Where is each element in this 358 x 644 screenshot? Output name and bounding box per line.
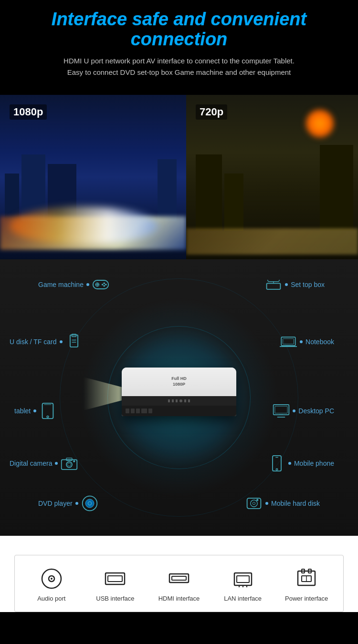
u-disk-label: U disk / TF card [10, 338, 57, 346]
svg-line-13 [279, 280, 280, 282]
mobile-hard-disk-label: Mobile hard disk [271, 500, 320, 507]
svg-point-41 [251, 500, 257, 506]
svg-rect-19 [283, 338, 294, 344]
label-1080p: 1080p [10, 104, 47, 120]
svg-point-23 [47, 416, 49, 418]
lan-interface-icon [232, 567, 254, 590]
audio-port-icon [40, 567, 63, 590]
interface-hdmi: HDMI interface [147, 567, 211, 602]
svg-rect-50 [172, 576, 186, 580]
dvd-player-icon [81, 495, 98, 512]
desktop-pc-icon [273, 402, 290, 419]
comparison-section: 1080p 720p [0, 95, 358, 259]
projector-controls [122, 396, 236, 406]
svg-rect-26 [275, 406, 287, 413]
u-disk-dot [60, 340, 63, 343]
comparison-image: 1080p 720p [0, 95, 358, 259]
device-desktop-pc: Desktop PC [273, 402, 334, 419]
svg-rect-48 [108, 576, 122, 582]
projector-body: Full HD1080P [122, 368, 236, 416]
svg-point-46 [51, 578, 53, 580]
svg-point-4 [104, 283, 105, 284]
hdmi-interface-label: HDMI interface [158, 595, 200, 602]
svg-rect-22 [42, 403, 53, 418]
device-u-disk: U disk / TF card [10, 333, 83, 350]
device-notebook: Notebook [280, 333, 334, 350]
dvd-player-dot [75, 502, 78, 505]
projector-ports [122, 406, 236, 416]
device-tablet: tablet [14, 402, 56, 419]
set-top-box-dot [285, 283, 288, 286]
svg-point-32 [68, 463, 71, 466]
svg-point-5 [105, 284, 106, 285]
svg-point-43 [256, 499, 258, 501]
mobile-hard-disk-dot [265, 502, 268, 505]
u-disk-icon [65, 333, 83, 350]
svg-point-7 [102, 284, 103, 285]
game-machine-icon [92, 276, 109, 293]
svg-point-38 [85, 499, 94, 508]
lan-interface-label: LAN interface [224, 595, 262, 602]
projector-top: Full HD1080P [122, 368, 236, 396]
tablet-dot [33, 409, 36, 412]
desktop-pc-dot [293, 409, 295, 412]
notebook-dot [300, 340, 303, 343]
device-digital-camera: Digital camera [10, 455, 78, 472]
svg-point-35 [276, 468, 278, 470]
mobile-phone-icon [268, 455, 285, 472]
label-720p: 720p [196, 104, 227, 120]
hdmi-interface-icon [168, 567, 190, 590]
digital-camera-label: Digital camera [10, 460, 52, 467]
svg-point-6 [104, 285, 105, 286]
interface-lan: LAN interface [211, 567, 275, 602]
svg-point-31 [66, 461, 72, 467]
connectivity-section: Game machine Set top box U disk / TF car… [0, 259, 358, 536]
svg-rect-18 [281, 337, 295, 346]
interface-audio-port: Audio port [20, 567, 84, 602]
tablet-label: tablet [14, 407, 31, 415]
digital-camera-dot [55, 462, 58, 465]
mobile-hard-disk-icon [245, 495, 263, 512]
game-machine-dot [86, 283, 89, 286]
dvd-player-label: DVD player [38, 500, 73, 507]
svg-point-42 [253, 502, 255, 504]
projector-label: Full HD1080P [171, 376, 187, 387]
power-interface-icon [295, 567, 318, 590]
svg-rect-8 [267, 283, 281, 289]
desktop-pc-label: Desktop PC [298, 407, 334, 415]
svg-line-12 [268, 280, 269, 282]
svg-rect-53 [237, 576, 249, 583]
interface-power: Power interface [274, 567, 338, 602]
interface-wrapper: Audio port USB interface HDMI interface [0, 536, 358, 612]
projector-container: Full HD1080P [122, 368, 236, 416]
usb-interface-label: USB interface [96, 595, 134, 602]
mobile-phone-dot [288, 462, 291, 465]
main-title: Interface safe and convenient connection [7, 10, 351, 50]
device-game-machine: Game machine [38, 276, 109, 293]
digital-camera-icon [61, 455, 78, 472]
usb-interface-icon [104, 567, 126, 590]
device-mobile-phone: Mobile phone [268, 455, 334, 472]
interface-usb: USB interface [84, 567, 147, 602]
notebook-icon [280, 333, 297, 350]
game-machine-label: Game machine [38, 281, 84, 288]
device-dvd-player: DVD player [38, 495, 98, 512]
mobile-phone-label: Mobile phone [294, 460, 334, 467]
interface-section: Audio port USB interface HDMI interface [14, 555, 344, 612]
power-interface-label: Power interface [285, 595, 328, 602]
audio-port-label: Audio port [37, 595, 65, 602]
svg-point-33 [74, 460, 75, 462]
subtitle: HDMI U port network port AV interface to… [7, 55, 351, 78]
device-mobile-hard-disk: Mobile hard disk [245, 495, 320, 512]
notebook-label: Notebook [305, 338, 334, 346]
tablet-icon [39, 402, 56, 419]
set-top-box-icon [265, 276, 282, 293]
header-section: Interface safe and convenient connection… [0, 0, 358, 85]
device-set-top-box: Set top box [265, 276, 325, 293]
set-top-box-label: Set top box [291, 281, 325, 288]
